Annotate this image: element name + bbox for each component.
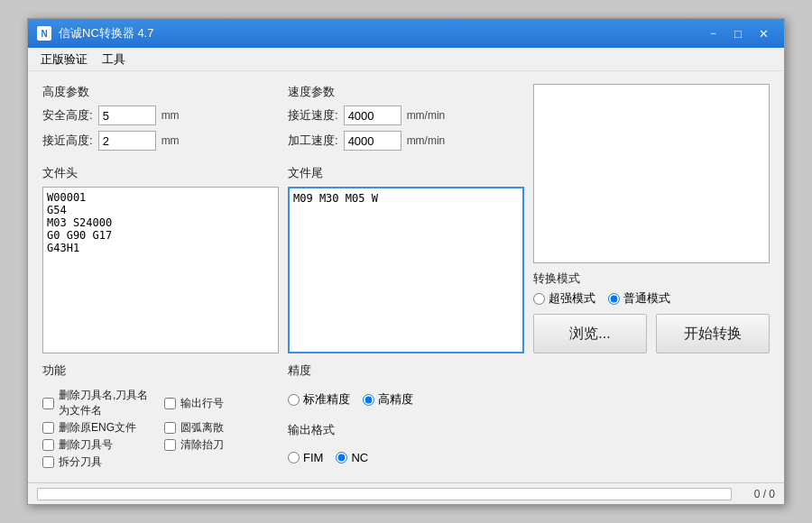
output-nc-radio[interactable]: [336, 452, 347, 463]
main-window: N 信诚NC转换器 4.7 － □ ✕ 正版验证 工具 高度参数 安全高度:: [27, 18, 785, 505]
output-fim-label: FIM: [303, 451, 323, 464]
precision-standard-radio[interactable]: [288, 394, 300, 406]
approach-speed-row: 接近速度: mm/min: [288, 106, 524, 125]
file-tail-textarea[interactable]: M09 M30 M05 W: [288, 187, 524, 353]
precision-standard[interactable]: 标准精度: [288, 391, 350, 408]
convert-mode-normal-label: 普通模式: [623, 290, 670, 307]
func-label-4: 圆弧离散: [180, 420, 224, 436]
func-label-2: 输出行号: [180, 396, 224, 411]
convert-mode-super-label: 超强模式: [549, 290, 595, 307]
file-tail-label: 文件尾: [288, 165, 524, 181]
func-checkbox-2[interactable]: [164, 398, 176, 409]
func-checkbox-0[interactable]: [42, 398, 54, 409]
file-header-textarea[interactable]: W00001 G54 M03 S24000 G0 G90 G17 G43H1: [42, 187, 279, 353]
convert-mode-super-radio[interactable]: [533, 293, 545, 305]
process-speed-row: 加工速度: mm/min: [288, 131, 524, 151]
output-fim-radio[interactable]: [288, 452, 300, 463]
safe-height-input[interactable]: [98, 106, 156, 125]
menu-tools[interactable]: 工具: [95, 49, 133, 70]
func-checkbox-5[interactable]: [164, 439, 176, 451]
browse-button[interactable]: 浏览...: [533, 314, 647, 353]
status-count: 0 / 0: [739, 488, 775, 500]
menu-license[interactable]: 正版验证: [33, 49, 95, 70]
app-icon: N: [37, 26, 51, 41]
title-bar-left: N 信诚NC转换器 4.7: [37, 25, 153, 41]
func-label-5: 清除抬刀: [180, 437, 224, 453]
action-buttons: 浏览... 开始转换: [533, 314, 770, 353]
bottom-right-spacer: [533, 362, 770, 470]
precision-label: 精度: [288, 362, 524, 379]
func-item-3[interactable]: 删除刀具号: [42, 437, 157, 453]
func-item-0[interactable]: 删除刀具名,刀具名为文件名: [42, 388, 157, 418]
convert-mode-super[interactable]: 超强模式: [533, 290, 595, 307]
left-column: 高度参数 安全高度: mm 接近高度: mm 文件头 W00001 G: [42, 84, 279, 353]
process-speed-label: 加工速度:: [288, 133, 338, 149]
precision-section: 精度 标准精度 高精度 输出格式 FIM: [288, 362, 524, 470]
precision-options: 标准精度 高精度: [288, 391, 524, 408]
safe-height-row: 安全高度: mm: [42, 106, 279, 125]
precision-high[interactable]: 高精度: [363, 391, 413, 408]
window-title: 信诚NC转换器 4.7: [59, 25, 153, 41]
func-item-4[interactable]: 圆弧离散: [164, 420, 279, 436]
convert-mode-section: 转换模式 超强模式 普通模式: [533, 271, 770, 307]
output-nc[interactable]: NC: [336, 451, 368, 464]
start-convert-button[interactable]: 开始转换: [656, 314, 770, 353]
height-params-section: 高度参数 安全高度: mm 接近高度: mm: [42, 84, 279, 156]
output-format-label: 输出格式: [288, 422, 524, 438]
func-item-5[interactable]: 清除抬刀: [164, 437, 279, 453]
middle-column: 速度参数 接近速度: mm/min 加工速度: mm/min 文件尾: [288, 84, 524, 353]
safe-height-label: 安全高度:: [42, 107, 93, 124]
output-fim[interactable]: FIM: [288, 451, 323, 464]
process-speed-unit: mm/min: [407, 134, 446, 147]
content-area: 高度参数 安全高度: mm 接近高度: mm 文件头 W00001 G: [28, 71, 784, 482]
top-grid: 高度参数 安全高度: mm 接近高度: mm 文件头 W00001 G: [42, 84, 770, 353]
func-checkbox-3[interactable]: [42, 439, 54, 451]
func-item-1[interactable]: 删除原ENG文件: [42, 420, 157, 436]
file-header-label: 文件头: [42, 165, 279, 181]
approach-speed-label: 接近速度:: [288, 107, 338, 124]
approach-height-label: 接近高度:: [42, 133, 93, 149]
status-bar: 0 / 0: [28, 482, 784, 504]
func-checkbox-4[interactable]: [164, 422, 176, 434]
minimize-button[interactable]: －: [701, 24, 724, 42]
speed-params-label: 速度参数: [288, 84, 524, 100]
approach-height-row: 接近高度: mm: [42, 131, 279, 151]
bottom-row: 功能 删除刀具名,刀具名为文件名 输出行号 删除原ENG文件: [42, 362, 770, 470]
speed-params-section: 速度参数 接近速度: mm/min 加工速度: mm/min: [288, 84, 524, 156]
convert-mode-label: 转换模式: [533, 271, 770, 287]
func-label-0: 删除刀具名,刀具名为文件名: [59, 388, 157, 418]
safe-height-unit: mm: [161, 109, 194, 122]
progress-bar: [37, 488, 732, 500]
output-nc-label: NC: [351, 451, 368, 464]
approach-height-unit: mm: [161, 134, 194, 147]
title-bar: N 信诚NC转换器 4.7 － □ ✕: [28, 19, 784, 48]
height-params-label: 高度参数: [42, 84, 279, 100]
approach-speed-input[interactable]: [344, 106, 401, 125]
convert-mode-options: 超强模式 普通模式: [533, 290, 770, 307]
func-checkbox-1[interactable]: [42, 422, 54, 434]
func-label-1: 删除原ENG文件: [59, 420, 136, 436]
functions-section: 功能 删除刀具名,刀具名为文件名 输出行号 删除原ENG文件: [42, 362, 279, 470]
file-tail-section: 文件尾 M09 M30 M05 W: [288, 165, 524, 353]
right-column: 转换模式 超强模式 普通模式 浏览... 开始转换: [533, 84, 770, 353]
approach-speed-unit: mm/min: [407, 109, 446, 122]
precision-high-radio[interactable]: [363, 394, 374, 406]
func-label-3: 删除刀具号: [59, 437, 113, 453]
maximize-button[interactable]: □: [726, 24, 750, 42]
title-controls: － □ ✕: [701, 24, 775, 42]
convert-mode-normal-radio[interactable]: [608, 293, 620, 305]
func-item-6[interactable]: 拆分刀具: [42, 454, 157, 470]
func-checkbox-6[interactable]: [42, 456, 54, 468]
approach-height-input[interactable]: [98, 131, 156, 151]
convert-mode-normal[interactable]: 普通模式: [608, 290, 670, 307]
func-label-6: 拆分刀具: [59, 454, 102, 470]
close-button[interactable]: ✕: [752, 24, 775, 42]
precision-standard-label: 标准精度: [303, 391, 350, 408]
menu-bar: 正版验证 工具: [28, 48, 784, 71]
preview-box: [533, 84, 770, 263]
file-header-section: 文件头 W00001 G54 M03 S24000 G0 G90 G17 G43…: [42, 165, 279, 353]
func-item-2[interactable]: 输出行号: [164, 388, 279, 418]
process-speed-input[interactable]: [344, 131, 401, 151]
output-format-options: FIM NC: [288, 451, 524, 464]
precision-high-label: 高精度: [378, 391, 413, 408]
